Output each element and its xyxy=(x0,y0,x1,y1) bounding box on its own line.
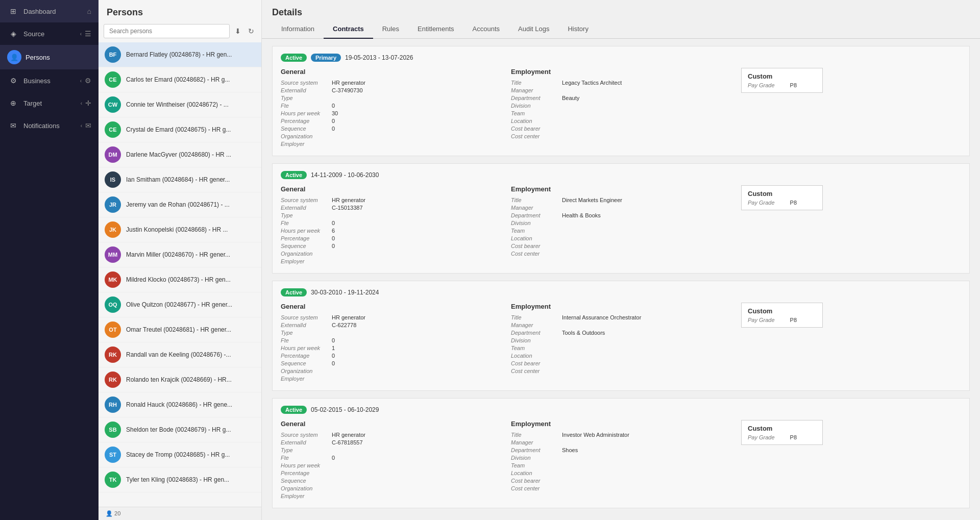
details-panel: Details InformationContractsRulesEntitle… xyxy=(262,0,980,520)
person-item[interactable]: OQ Olive Quitzon (00248677) - HR gener..… xyxy=(99,292,261,317)
person-name: Ronald Hauck (00248686) - HR gene... xyxy=(126,401,232,408)
person-item[interactable]: BF Bernard Flatley (00248678) - HR gen..… xyxy=(99,42,261,67)
field-value-title: Legacy Tactics Architect xyxy=(562,80,622,86)
field-label-source-system: Source system xyxy=(281,197,332,203)
person-item[interactable]: MM Marvin Miller (00248670) - HR gener..… xyxy=(99,242,261,267)
custom-pay-grade-label: Pay Grade xyxy=(748,200,775,206)
sidebar-item-persons[interactable]: 👤 Persons xyxy=(0,45,99,69)
person-item[interactable]: SB Sheldon ter Bode (00248679) - HR g... xyxy=(99,417,261,442)
contract-block: Active 14-11-2009 - 10-06-2030 General S… xyxy=(272,163,970,274)
sidebar-item-source[interactable]: ◈ Source ‹ ☰ xyxy=(0,22,99,45)
field-label-employer: Employer xyxy=(281,141,332,147)
person-item[interactable]: RH Ronald Hauck (00248686) - HR gene... xyxy=(99,392,261,417)
field-label-sequence: Sequence xyxy=(281,126,332,132)
field-label-title: Title xyxy=(511,432,562,438)
field-label-employer: Employer xyxy=(281,376,332,382)
person-name: Randall van de Keeling (00248676) -... xyxy=(126,351,231,358)
contract-grid: General Source systemHR generator Extern… xyxy=(281,420,961,501)
general-section: General Source systemHR generator Extern… xyxy=(281,303,501,383)
person-item[interactable]: OT Omar Treutel (00248681) - HR gener... xyxy=(99,317,261,342)
person-item[interactable]: DM Darlene MacGyver (00248680) - HR ... xyxy=(99,142,261,167)
tab-history[interactable]: History xyxy=(558,20,597,39)
field-label-division: Division xyxy=(511,103,562,109)
person-item[interactable]: CE Crystal de Emard (00248675) - HR g... xyxy=(99,117,261,142)
sidebar-item-notifications[interactable]: ✉ Notifications ‹ ✉ xyxy=(0,114,99,137)
field-value-percentage: 0 xyxy=(332,353,335,359)
notifications-action-icon: ✉ xyxy=(85,121,91,130)
contract-grid: General Source systemHR generator Extern… xyxy=(281,303,961,383)
tab-audit_logs[interactable]: Audit Logs xyxy=(509,20,558,39)
contract-block: Active Primary 19-05-2013 - 13-07-2026 G… xyxy=(272,46,970,156)
field-label-external-id: ExternalId xyxy=(281,439,332,445)
tab-rules[interactable]: Rules xyxy=(373,20,408,39)
person-item[interactable]: JR Jeremy van de Rohan (00248671) - ... xyxy=(99,192,261,217)
field-value-sequence: 0 xyxy=(332,360,335,366)
field-label-location: Location xyxy=(511,235,562,241)
sidebar-item-target[interactable]: ⊕ Target ‹ ✛ xyxy=(0,92,99,114)
download-button[interactable]: ⬇ xyxy=(233,25,243,37)
refresh-button[interactable]: ↻ xyxy=(246,25,256,37)
tab-accounts[interactable]: Accounts xyxy=(463,20,509,39)
person-item[interactable]: TK Tyler ten Kling (00248683) - HR gen..… xyxy=(99,467,261,492)
person-item[interactable]: JK Justin Konopelski (00248668) - HR ... xyxy=(99,217,261,242)
field-label-fte: Fte xyxy=(281,337,332,343)
person-name: Omar Treutel (00248681) - HR gener... xyxy=(126,326,231,333)
person-item[interactable]: MK Mildred Klocko (00248673) - HR gen... xyxy=(99,267,261,292)
person-name: Bernard Flatley (00248678) - HR gen... xyxy=(126,51,232,58)
person-item[interactable]: ST Stacey de Tromp (00248685) - HR g... xyxy=(99,442,261,467)
person-name: Carlos ter Emard (00248682) - HR g... xyxy=(126,76,230,83)
person-name: Justin Konopelski (00248668) - HR ... xyxy=(126,226,228,233)
sidebar-item-dashboard[interactable]: ⊞ Dashboard ⌂ xyxy=(0,0,99,22)
tab-information[interactable]: Information xyxy=(272,20,324,39)
field-label-department: Department xyxy=(511,212,562,218)
custom-pay-grade-value: P8 xyxy=(790,82,797,88)
general-title: General xyxy=(281,303,501,310)
field-label-type: Type xyxy=(281,447,332,453)
general-title: General xyxy=(281,68,501,76)
field-label-title: Title xyxy=(511,80,562,86)
person-item[interactable]: RK Rolando ten Krajcik (00248669) - HR..… xyxy=(99,367,261,392)
custom-section: Custom Pay Grade P8 xyxy=(741,420,961,501)
field-label-external-id: ExternalId xyxy=(281,322,332,328)
employment-section: Employment TitleDirect Markets Engineer … xyxy=(511,185,731,266)
field-label-cost-center: Cost center xyxy=(511,133,562,139)
tab-contracts[interactable]: Contracts xyxy=(324,20,373,39)
field-label-source-system: Source system xyxy=(281,314,332,320)
field-value-external-id: C-622778 xyxy=(332,322,356,328)
field-label-division: Division xyxy=(511,455,562,461)
persons-count: 👤 20 xyxy=(99,507,261,520)
search-input[interactable] xyxy=(104,24,230,38)
avatar: RH xyxy=(105,397,121,413)
tab-entitlements[interactable]: Entitlements xyxy=(408,20,463,39)
avatar: CE xyxy=(105,121,121,138)
contracts-content[interactable]: Active Primary 19-05-2013 - 13-07-2026 G… xyxy=(262,39,980,520)
contract-block: Active 30-03-2010 - 19-11-2024 General S… xyxy=(272,281,970,391)
avatar: CW xyxy=(105,96,121,113)
field-value-department: Shoes xyxy=(562,447,578,453)
field-value-sequence: 0 xyxy=(332,126,335,132)
field-label-type: Type xyxy=(281,212,332,218)
person-item[interactable]: IS Ian Smitham (00248684) - HR gener... xyxy=(99,167,261,192)
source-icon: ◈ xyxy=(7,28,19,40)
custom-pay-grade-label: Pay Grade xyxy=(748,434,775,440)
person-item[interactable]: RK Randall van de Keeling (00248676) -..… xyxy=(99,342,261,367)
field-label-type: Type xyxy=(281,330,332,336)
sidebar-item-business[interactable]: ⚙ Business ‹ ⚙ xyxy=(0,69,99,92)
custom-pay-grade-box: Custom Pay Grade P8 xyxy=(741,303,823,328)
avatar: RK xyxy=(105,372,121,388)
person-item[interactable]: CE Carlos ter Emard (00248682) - HR g... xyxy=(99,67,261,92)
field-label-location: Location xyxy=(511,470,562,476)
source-action-icon: ☰ xyxy=(85,30,91,38)
contract-header: Active Primary 19-05-2013 - 13-07-2026 xyxy=(281,54,961,62)
avatar: IS xyxy=(105,171,121,188)
field-label-percentage: Percentage xyxy=(281,353,332,359)
search-bar: ⬇ ↻ xyxy=(99,22,261,42)
field-value-hours-per-week: 30 xyxy=(332,110,338,116)
field-label-source-system: Source system xyxy=(281,432,332,438)
custom-pay-grade-box: Custom Pay Grade P8 xyxy=(741,68,823,93)
person-name: Jeremy van de Rohan (00248671) - ... xyxy=(126,201,230,208)
contract-dates: 05-02-2015 - 06-10-2029 xyxy=(311,406,379,413)
person-item[interactable]: CW Connie ter Wintheiser (00248672) - ..… xyxy=(99,92,261,117)
field-label-source-system: Source system xyxy=(281,80,332,86)
contract-grid: General Source systemHR generator Extern… xyxy=(281,185,961,266)
